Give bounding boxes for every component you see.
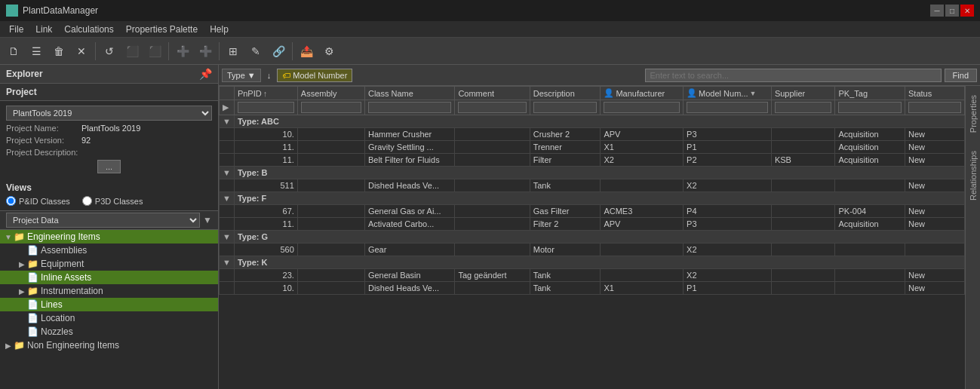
toolbar-btn-8[interactable]: ➕ xyxy=(195,41,216,62)
table-row[interactable]: ▼Type: B xyxy=(220,167,965,179)
col-modelnum-header[interactable]: 👤Model Num...▼ xyxy=(684,87,772,100)
filter-modelnum-cell[interactable] xyxy=(684,100,772,115)
relationships-tab[interactable]: Relationships xyxy=(967,142,979,210)
toolbar-btn-13[interactable]: ⚙ xyxy=(318,41,339,62)
menu-item-help[interactable]: Help xyxy=(204,23,235,36)
toolbar-btn-4[interactable]: ↺ xyxy=(99,41,120,62)
toolbar-btn-1[interactable]: ☰ xyxy=(26,41,47,62)
filter-classname-input[interactable] xyxy=(368,102,451,113)
col-classname-header[interactable]: Class Name xyxy=(364,87,454,100)
table-row[interactable]: ▼Type: K xyxy=(220,256,965,269)
table-row[interactable]: ▼Type: F xyxy=(220,192,965,205)
filter-classname-cell[interactable] xyxy=(364,100,454,115)
filter-mfg-cell[interactable] xyxy=(601,100,684,115)
expand-cell[interactable]: ▼ xyxy=(220,115,235,128)
col-supplier-header[interactable]: Supplier xyxy=(771,87,835,100)
table-row[interactable]: 10.Dished Heads Ve...TankX1P1New xyxy=(220,282,965,295)
p3d-classes-radio[interactable]: P3D Classes xyxy=(82,196,143,206)
toolbar-btn-0[interactable]: 🗋 xyxy=(3,41,24,62)
expand-cell[interactable]: ▼ xyxy=(220,231,235,244)
table-row[interactable]: 23.General BasinTag geändertTankX2New xyxy=(220,269,965,282)
filter-supplier-input[interactable] xyxy=(775,102,832,113)
project-name-label: Project Name: xyxy=(6,124,81,133)
filter-comment-cell[interactable] xyxy=(455,100,530,115)
filter-pktag-cell[interactable] xyxy=(835,100,905,115)
find-button[interactable]: Find xyxy=(945,69,977,82)
col-comment-header[interactable]: Comment xyxy=(455,87,530,100)
toolbar-btn-6[interactable]: ⬛ xyxy=(144,41,165,62)
table-row[interactable]: 67.General Gas or Ai...Gas FilterACME3P4… xyxy=(220,205,965,218)
cell-modelnum: P1 xyxy=(684,141,772,154)
col-pnpid-header[interactable]: PnPID↑ xyxy=(234,87,297,100)
filter-mfg-input[interactable] xyxy=(604,102,680,113)
expand-cell[interactable]: ▼ xyxy=(220,167,235,179)
filter-assembly-input[interactable] xyxy=(301,102,361,113)
col-description-header[interactable]: Description xyxy=(530,87,601,100)
toolbar-btn-2[interactable]: 🗑 xyxy=(48,41,69,62)
filter-status-cell[interactable] xyxy=(905,100,965,115)
project-data-select[interactable]: Project Data xyxy=(6,213,200,228)
filter-supplier-cell[interactable] xyxy=(771,100,835,115)
toolbar-btn-9[interactable]: ⊞ xyxy=(223,41,244,62)
menu-item-link[interactable]: Link xyxy=(29,23,58,36)
tree-item-instrumentation[interactable]: ▶ 📁 Instrumentation xyxy=(0,284,218,298)
minimize-button[interactable]: ─ xyxy=(930,5,944,17)
filter-status-input[interactable] xyxy=(908,102,961,113)
menu-item-properties-palette[interactable]: Properties Palette xyxy=(120,23,204,36)
tree-item-equipment[interactable]: ▶ 📁 Equipment xyxy=(0,257,218,271)
table-row[interactable]: ▼Type: ABC xyxy=(220,115,965,128)
pid-classes-radio[interactable]: P&ID Classes xyxy=(6,196,70,206)
tree-item-assemblies[interactable]: 📄 Assemblies xyxy=(0,244,218,257)
grid-container[interactable]: PnPID↑ Assembly Class Name Comment Descr… xyxy=(219,86,965,389)
menu-item-calculations[interactable]: Calculations xyxy=(58,23,119,36)
toolbar-btn-10[interactable]: ✎ xyxy=(245,41,266,62)
tree-item-non-engineering[interactable]: ▶ 📁 Non Engineering Items xyxy=(0,338,218,352)
filter-assembly-cell[interactable] xyxy=(297,100,364,115)
tree-item-location[interactable]: 📄 Location xyxy=(0,311,218,325)
table-row[interactable]: 11.Belt Filter for FluidsFilterX2P2KSBAc… xyxy=(220,154,965,167)
table-row[interactable]: ▼Type: G xyxy=(220,231,965,244)
col-assembly-header[interactable]: Assembly xyxy=(297,87,364,100)
type-header-cell: Type: F xyxy=(234,192,964,205)
table-row[interactable]: 511Dished Heads Ve...TankX2New xyxy=(220,179,965,192)
table-row[interactable]: 11.Gravity Settling ...TrennerX1P1Acquis… xyxy=(220,141,965,154)
table-row[interactable]: 560GearMotorX2 xyxy=(220,244,965,256)
col-manufacturer-header[interactable]: 👤Manufacturer xyxy=(601,87,684,100)
expand-cell[interactable]: ▼ xyxy=(220,192,235,205)
type-filter-button[interactable]: Type ▼ xyxy=(222,69,261,82)
col-pktag-header[interactable]: PK_Tag xyxy=(835,87,905,100)
dropdown-icon: ▼ xyxy=(203,215,212,225)
tree-item-nozzles[interactable]: 📄 Nozzles xyxy=(0,325,218,338)
tree-item-lines[interactable]: 📄 Lines xyxy=(0,298,218,311)
filter-desc-input[interactable] xyxy=(533,102,598,113)
toolbar-btn-11[interactable]: 🔗 xyxy=(268,41,289,62)
filter-pnpid-input[interactable] xyxy=(238,102,294,113)
filter-pktag-input[interactable] xyxy=(838,102,902,113)
table-row[interactable]: 10.Hammer CrusherCrusher 2APVP3Acquisiti… xyxy=(220,128,965,141)
menu-item-file[interactable]: File xyxy=(3,23,29,36)
browse-button[interactable]: ... xyxy=(97,160,121,173)
tree-item-inline-assets[interactable]: 📄 Inline Assets xyxy=(0,271,218,284)
pin-button[interactable]: 📌 xyxy=(199,68,212,80)
filter-pnpid-cell[interactable] xyxy=(234,100,297,115)
type-header-cell: Type: ABC xyxy=(234,115,964,128)
close-button[interactable]: ✕ xyxy=(960,5,974,17)
table-row[interactable]: 11.Activated Carbo...Filter 2APVP3Acquis… xyxy=(220,218,965,231)
filter-desc-cell[interactable] xyxy=(530,100,601,115)
col-status-header[interactable]: Status xyxy=(905,87,965,100)
toolbar-btn-5[interactable]: ⬛ xyxy=(121,41,143,62)
expand-cell[interactable]: ▼ xyxy=(220,256,235,269)
maximize-button[interactable]: □ xyxy=(945,5,959,17)
model-number-button[interactable]: 🏷 Model Number xyxy=(277,69,352,82)
toolbar-btn-3[interactable]: ✕ xyxy=(71,41,92,62)
sort-button[interactable]: ↓ xyxy=(264,69,275,81)
leaf-icon: 📄 xyxy=(27,245,38,256)
filter-comment-input[interactable] xyxy=(458,102,526,113)
toolbar-btn-12[interactable]: 📤 xyxy=(296,41,317,62)
tree-item-engineering-items[interactable]: ▼ 📁 Engineering Items xyxy=(0,230,218,244)
toolbar-btn-7[interactable]: ➕ xyxy=(172,41,193,62)
properties-tab[interactable]: Properties xyxy=(967,86,979,142)
search-input[interactable] xyxy=(645,69,942,82)
project-select[interactable]: PlantTools 2019 xyxy=(6,106,212,121)
filter-modelnum-input[interactable] xyxy=(687,102,768,113)
